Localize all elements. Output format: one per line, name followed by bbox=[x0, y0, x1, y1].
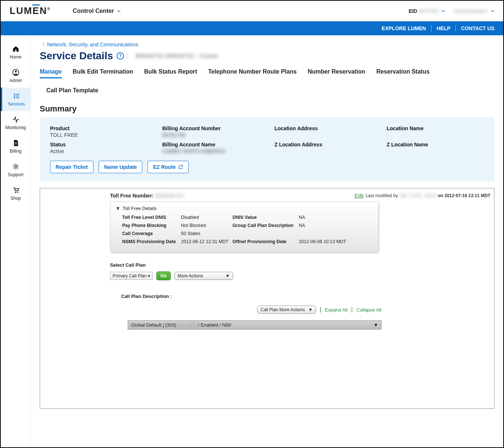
chevron-down-icon bbox=[117, 9, 121, 13]
svg-rect-9 bbox=[14, 144, 17, 144]
summary-panel: ProductTOLL FREE Billing Account Number8… bbox=[40, 117, 494, 181]
label-group-call-plan-desc: Group Call Plan Description bbox=[233, 223, 295, 228]
value-dnis-value: NA bbox=[299, 215, 354, 220]
sidebar-item-billing[interactable]: Billing bbox=[1, 135, 31, 158]
toll-free-details-header[interactable]: ▼ Toll Free Details bbox=[116, 206, 373, 211]
select-call-plan-label: Select Call Plan bbox=[110, 262, 490, 268]
header-right: EID 9870781 inventoryuser1 bbox=[409, 8, 494, 14]
ez-route-button[interactable]: EZ Route bbox=[148, 161, 188, 173]
sidebar-item-label: Billing bbox=[10, 149, 21, 154]
eid-label: EID bbox=[409, 8, 417, 14]
sidebar-item-shop[interactable]: Shop bbox=[1, 182, 31, 205]
sidebar-item-support[interactable]: Support bbox=[1, 158, 31, 182]
svg-point-2 bbox=[14, 93, 15, 95]
tab-bulk-status-report[interactable]: Bulk Status Report bbox=[144, 68, 197, 78]
breadcrumb-label: Network, Security, and Communications bbox=[47, 42, 138, 47]
ez-route-label: EZ Route bbox=[153, 164, 175, 170]
last-modified: Last modified by LBP_TCSP_AKGH on 2012-0… bbox=[366, 193, 490, 198]
value-offnet-date: 2012-08-06 10:13 MDT bbox=[299, 239, 354, 244]
value-baname: COMEX NORTH AMERICA bbox=[162, 148, 260, 154]
value-ban: 84781796 bbox=[162, 132, 260, 138]
edit-link[interactable]: Edit bbox=[355, 193, 363, 199]
svg-rect-7 bbox=[15, 97, 19, 98]
tab-telephone-number-route-plans[interactable]: Telephone Number Route Plans bbox=[208, 68, 297, 78]
control-center-menu[interactable]: Control Center bbox=[73, 8, 121, 14]
toll-free-details-title: Toll Free Details bbox=[123, 206, 157, 211]
collapse-all-link[interactable]: Collapse All bbox=[356, 307, 381, 313]
call-plan-more-actions-select[interactable]: Call Plan More Actions▼ bbox=[257, 306, 316, 314]
svg-point-1 bbox=[15, 71, 17, 72]
legacy-frame[interactable]: Toll Free Number: 8889530762 Edit Last m… bbox=[40, 188, 494, 409]
tab-call-plan-template[interactable]: Call Plan Template bbox=[46, 87, 98, 96]
sidebar: Home Admin Services Monitoring Billing S… bbox=[1, 35, 31, 447]
summary-heading: Summary bbox=[40, 104, 494, 114]
toll-free-number-value: 8889530762 bbox=[155, 193, 184, 199]
value-product: TOLL FREE bbox=[50, 132, 148, 138]
label-location-address: Location Address bbox=[274, 125, 372, 131]
toll-free-details-box: ▼ Toll Free Details Toll Free Level DNIS… bbox=[110, 202, 379, 253]
global-default-prefix: Global Default | (303) bbox=[131, 322, 176, 328]
sidebar-item-monitoring[interactable]: Monitoring bbox=[1, 111, 31, 135]
control-center-label: Control Center bbox=[73, 8, 114, 14]
page-title-text: Service Details bbox=[40, 50, 113, 62]
svg-point-4 bbox=[14, 95, 15, 96]
svg-point-11 bbox=[15, 192, 16, 193]
gear-icon bbox=[12, 163, 20, 171]
eid-value: 9870781 bbox=[419, 8, 439, 14]
value-nsms-date: 2012-06-12 12:31 MDT bbox=[181, 239, 229, 244]
label-baname: Billing Account Name bbox=[162, 142, 260, 147]
tab-manage[interactable]: Manage bbox=[40, 68, 62, 78]
name-update-button[interactable]: Name Update bbox=[99, 161, 142, 173]
svg-point-10 bbox=[14, 166, 17, 168]
go-button[interactable]: Go bbox=[156, 271, 171, 280]
last-modified-on: on 2012-07-16 13:11 MDT bbox=[438, 193, 490, 198]
call-plan-selected: Primary Call Plan bbox=[113, 273, 147, 278]
page-title: Service Details ? bbox=[40, 50, 124, 62]
separator bbox=[431, 25, 432, 32]
expand-all-link[interactable]: Expand All bbox=[325, 307, 347, 313]
last-modified-prefix: Last modified by bbox=[366, 193, 398, 198]
more-actions-select[interactable]: More Actions▼ bbox=[174, 272, 233, 280]
activity-icon bbox=[12, 115, 20, 124]
chevron-down-icon bbox=[441, 9, 445, 13]
label-ban: Billing Account Number bbox=[162, 125, 260, 131]
last-modified-by: LBP_TCSP_AKGH bbox=[399, 193, 437, 198]
breadcrumb[interactable]: 〈 Network, Security, and Communications bbox=[40, 41, 494, 48]
tab-bulk-edit-termination[interactable]: Bulk Edit Termination bbox=[73, 68, 133, 78]
user-menu[interactable]: inventoryuser1 bbox=[454, 8, 494, 14]
global-default-row[interactable]: Global Default | (303) 891-2020 / Enable… bbox=[128, 320, 381, 330]
list-icon bbox=[13, 92, 21, 100]
link-explore-lumen[interactable]: EXPLORE LUMEN bbox=[381, 25, 426, 31]
svg-rect-5 bbox=[15, 96, 19, 96]
home-icon bbox=[12, 45, 20, 53]
link-contact-us[interactable]: CONTACT US bbox=[461, 25, 494, 31]
help-icon[interactable]: ? bbox=[117, 52, 124, 60]
label-status: Status bbox=[50, 142, 148, 147]
top-links-bar: EXPLORE LUMEN HELP CONTACT US bbox=[1, 21, 503, 35]
label-location-name: Location Name bbox=[387, 125, 484, 131]
tab-reservation-status[interactable]: Reservation Status bbox=[376, 68, 430, 78]
repair-ticket-button[interactable]: Repair Ticket bbox=[50, 161, 93, 173]
triangle-down-icon: ▼ bbox=[373, 322, 378, 328]
triangle-down-icon: ▼ bbox=[308, 307, 313, 312]
sidebar-item-label: Home bbox=[10, 54, 21, 60]
label-pay-phone-blocking: Pay Phone Blocking bbox=[122, 223, 177, 228]
link-help[interactable]: HELP bbox=[437, 25, 450, 31]
sidebar-item-label: Shop bbox=[10, 196, 21, 201]
tab-number-reservation[interactable]: Number Reservation bbox=[308, 68, 365, 78]
sidebar-item-admin[interactable]: Admin bbox=[1, 64, 31, 88]
svg-point-12 bbox=[17, 192, 18, 193]
global-default-suffix: / Enabled / N00 bbox=[198, 322, 231, 328]
document-icon bbox=[12, 139, 20, 147]
sidebar-item-label: Monitoring bbox=[5, 125, 26, 130]
eid-menu[interactable]: EID 9870781 bbox=[409, 8, 446, 14]
svg-rect-3 bbox=[15, 94, 19, 95]
brand-logo: LUMEN® bbox=[10, 5, 51, 17]
external-link-icon bbox=[178, 164, 183, 170]
main-content: 〈 Network, Security, and Communications … bbox=[31, 35, 503, 447]
call-plan-select[interactable]: Primary Call Plan ▾ bbox=[110, 272, 153, 280]
label-z-location-address: Z Location Address bbox=[274, 142, 372, 147]
label-call-coverage: Call Coverage bbox=[122, 231, 177, 236]
sidebar-item-services[interactable]: Services bbox=[1, 88, 31, 111]
sidebar-item-home[interactable]: Home bbox=[1, 40, 31, 64]
